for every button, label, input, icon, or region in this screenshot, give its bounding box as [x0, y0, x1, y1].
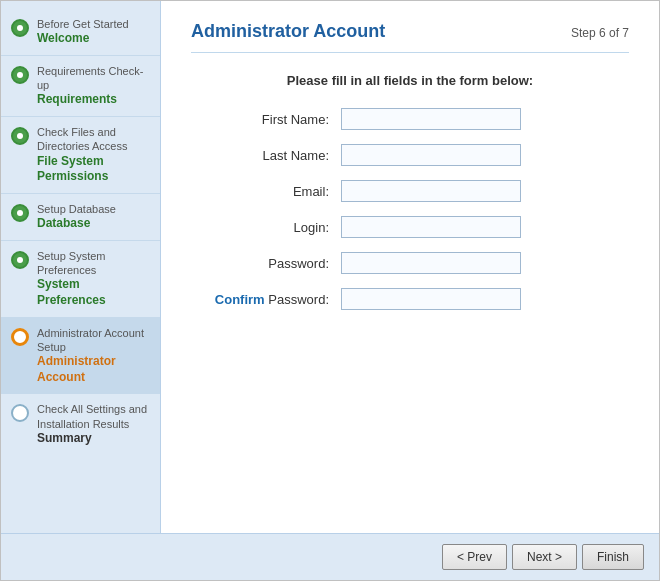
input-last-name[interactable] — [341, 144, 521, 166]
prev-button[interactable]: < Prev — [442, 544, 507, 570]
input-confirm-password[interactable] — [341, 288, 521, 310]
sidebar-icon-system-prefs — [11, 251, 29, 269]
form-row-confirm-password: Confirm Password: — [191, 288, 629, 310]
sidebar-step-label-database: Database — [37, 216, 150, 232]
sidebar-text-system-prefs: Setup System Preferences System Preferen… — [37, 249, 150, 309]
sidebar-text-requirements: Requirements Check-up Requirements — [37, 64, 150, 108]
sidebar-step-name-filesystem: Check Files and Directories Access — [37, 125, 150, 154]
sidebar: Before Get Started Welcome Requirements … — [1, 1, 161, 533]
sidebar-step-label-admin-account: Administrator Account — [37, 354, 150, 385]
form-instruction: Please fill in all fields in the form be… — [191, 73, 629, 88]
sidebar-text-summary: Check All Settings and Installation Resu… — [37, 402, 150, 446]
sidebar-text-database: Setup Database Database — [37, 202, 150, 232]
sidebar-step-name-admin-account: Administrator Account Setup — [37, 326, 150, 355]
sidebar-step-name-database: Setup Database — [37, 202, 150, 216]
main-content: Administrator Account Step 6 of 7 Please… — [161, 1, 659, 533]
sidebar-icon-requirements — [11, 66, 29, 84]
sidebar-item-database[interactable]: Setup Database Database — [1, 194, 160, 241]
label-login: Login: — [211, 220, 341, 235]
sidebar-step-label-system-prefs: System Preferences — [37, 277, 150, 308]
main-container: Before Get Started Welcome Requirements … — [1, 1, 659, 533]
form-row-login: Login: — [191, 216, 629, 238]
form-row-email: Email: — [191, 180, 629, 202]
form-row-last-name: Last Name: — [191, 144, 629, 166]
label-confirm-highlight: Confirm — [215, 292, 265, 307]
input-first-name[interactable] — [341, 108, 521, 130]
next-button[interactable]: Next > — [512, 544, 577, 570]
label-confirm-password: Confirm Password: — [211, 292, 341, 307]
sidebar-step-name-requirements: Requirements Check-up — [37, 64, 150, 93]
page-title: Administrator Account — [191, 21, 385, 42]
sidebar-text-admin-account: Administrator Account Setup Administrato… — [37, 326, 150, 386]
label-last-name: Last Name: — [211, 148, 341, 163]
sidebar-icon-welcome — [11, 19, 29, 37]
input-email[interactable] — [341, 180, 521, 202]
sidebar-icon-summary — [11, 404, 29, 422]
form-row-first-name: First Name: — [191, 108, 629, 130]
sidebar-text-welcome: Before Get Started Welcome — [37, 17, 150, 47]
sidebar-icon-filesystem — [11, 127, 29, 145]
footer: < Prev Next > Finish — [1, 533, 659, 580]
sidebar-step-name-summary: Check All Settings and Installation Resu… — [37, 402, 150, 431]
label-email: Email: — [211, 184, 341, 199]
sidebar-step-label-welcome: Welcome — [37, 31, 150, 47]
sidebar-step-name-system-prefs: Setup System Preferences — [37, 249, 150, 278]
sidebar-item-summary[interactable]: Check All Settings and Installation Resu… — [1, 394, 160, 454]
sidebar-step-label-requirements: Requirements — [37, 92, 150, 108]
input-password[interactable] — [341, 252, 521, 274]
sidebar-item-system-prefs[interactable]: Setup System Preferences System Preferen… — [1, 241, 160, 318]
finish-button[interactable]: Finish — [582, 544, 644, 570]
sidebar-item-welcome[interactable]: Before Get Started Welcome — [1, 9, 160, 56]
sidebar-step-label-filesystem: File System Permissions — [37, 154, 150, 185]
sidebar-step-name-welcome: Before Get Started — [37, 17, 150, 31]
sidebar-item-admin-account[interactable]: Administrator Account Setup Administrato… — [1, 318, 160, 395]
page-header: Administrator Account Step 6 of 7 — [191, 21, 629, 53]
sidebar-item-requirements[interactable]: Requirements Check-up Requirements — [1, 56, 160, 117]
label-password: Password: — [211, 256, 341, 271]
sidebar-text-filesystem: Check Files and Directories Access File … — [37, 125, 150, 185]
step-indicator: Step 6 of 7 — [571, 26, 629, 40]
form-row-password: Password: — [191, 252, 629, 274]
sidebar-step-label-summary: Summary — [37, 431, 150, 447]
input-login[interactable] — [341, 216, 521, 238]
label-first-name: First Name: — [211, 112, 341, 127]
sidebar-icon-admin-account — [11, 328, 29, 346]
sidebar-item-filesystem[interactable]: Check Files and Directories Access File … — [1, 117, 160, 194]
sidebar-icon-database — [11, 204, 29, 222]
